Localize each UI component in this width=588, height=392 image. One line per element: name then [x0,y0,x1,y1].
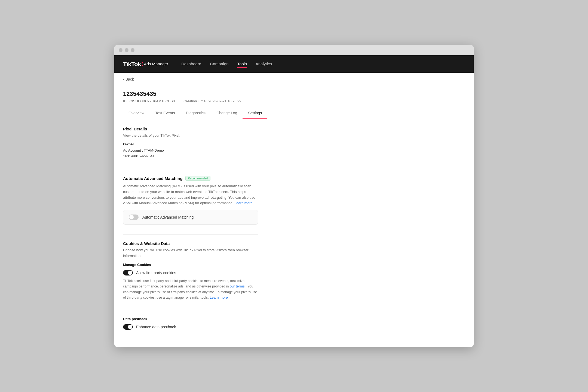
first-party-toggle-label: Allow first-party cookies [136,271,176,275]
divider-1 [123,169,258,169]
nav-link-tools[interactable]: Tools [237,62,247,68]
tab-test-events[interactable]: Test Events [150,108,180,119]
tabs-bar: Overview Test Events Diagnostics Change … [114,108,474,119]
first-party-desc-text1: TikTok pixels use first-party and third-… [123,279,244,288]
aam-desc: Automatic Advanced Matching (AAM) is use… [123,183,258,206]
tab-settings[interactable]: Settings [243,108,267,119]
main-content: Pixel Details View the details of your T… [114,119,267,347]
first-party-toggle-thumb [128,271,132,275]
aam-toggle[interactable] [129,215,139,220]
tab-diagnostics[interactable]: Diagnostics [180,108,211,119]
nav-item-analytics[interactable]: Analytics [256,62,272,66]
pixel-details-title: Pixel Details [123,127,258,131]
manage-cookies-label: Manage Cookies [123,263,258,267]
owner-id: 1631498159297541 [123,154,258,159]
owner-label: Owner [123,142,258,146]
nav-link-dashboard[interactable]: Dashboard [181,62,201,67]
enhance-postback-toggle-row: Enhance data postback [123,324,258,330]
nav-link-analytics[interactable]: Analytics [256,62,272,67]
owner-ad-account: Ad Account : TTAM-Demo [123,148,258,154]
logo-area: TikTok: Ads Manager [123,60,168,68]
divider-3 [123,310,258,310]
section-cookies: Cookies & Website Data Choose how you wi… [123,241,258,300]
manage-cookies-subsection: Manage Cookies Allow first-party cookies… [123,263,258,301]
enhance-postback-toggle-thumb [128,325,132,329]
browser-dot-yellow [125,48,128,52]
section-data-postback: Data postback Enhance data postback [123,317,258,330]
aam-toggle-label: Automatic Advanced Matching [142,215,194,219]
section-pixel-details: Pixel Details View the details of your T… [123,127,258,159]
page-meta: ID : CISUO8BC77U6AMT0CES0 Creation Time … [123,99,465,103]
browser-window: TikTok: Ads Manager Dashboard Campaign T… [114,45,474,347]
logo-dot: : [141,59,143,68]
aam-toggle-track[interactable] [129,215,139,220]
page-creation-time: Creation Time : 2023-07-21 10:23:29 [183,99,241,103]
aam-title: Automatic Advanced Matching [123,176,183,181]
aam-badge: Recommended [185,176,211,181]
browser-dot-red [119,48,122,52]
aam-toggle-thumb [129,215,134,219]
browser-chrome [114,45,474,55]
nav-links: Dashboard Campaign Tools Analytics [181,62,272,66]
divider-2 [123,234,258,235]
enhance-postback-toggle[interactable] [123,324,133,330]
aam-learn-more-link[interactable]: Learn more [234,201,252,205]
tab-overview[interactable]: Overview [123,108,150,119]
first-party-toggle-track[interactable] [123,270,133,275]
data-postback-title: Data postback [123,317,258,321]
section-aam: Automatic Advanced Matching Recommended … [123,176,258,225]
breadcrumb-bar: ‹ Back [114,73,474,86]
top-nav: TikTok: Ads Manager Dashboard Campaign T… [114,55,474,73]
back-label: Back [125,77,134,81]
cookies-learn-more-link[interactable]: Learn more [210,295,228,299]
back-chevron-icon: ‹ [123,77,124,81]
nav-item-tools[interactable]: Tools [237,62,247,66]
logo-text: TikTok [123,61,141,68]
logo-subtitle: Ads Manager [144,62,168,66]
page-header: 1235435435 ID : CISUO8BC77U6AMT0CES0 Cre… [114,86,474,105]
page-title: 1235435435 [123,90,465,97]
first-party-desc: TikTok pixels use first-party and third-… [123,278,258,301]
nav-item-campaign[interactable]: Campaign [210,62,228,66]
enhance-postback-toggle-track[interactable] [123,324,133,330]
cookies-desc: Choose how you will use cookies with Tik… [123,247,258,259]
browser-dot-green [131,48,134,52]
our-terms-link[interactable]: our terms [230,284,245,288]
nav-item-dashboard[interactable]: Dashboard [181,62,201,66]
nav-link-campaign[interactable]: Campaign [210,62,228,67]
back-link[interactable]: ‹ Back [123,77,465,81]
first-party-toggle-row: Allow first-party cookies [123,270,258,275]
tab-change-log[interactable]: Change Log [211,108,243,119]
first-party-toggle[interactable] [123,270,133,275]
aam-toggle-card: Automatic Advanced Matching [123,210,258,225]
logo-tiktok: TikTok: [123,60,143,68]
page-id: ID : CISUO8BC77U6AMT0CES0 [123,99,175,103]
enhance-postback-label: Enhance data postback [136,325,176,329]
cookies-title: Cookies & Website Data [123,241,258,246]
content-area: ‹ Back 1235435435 ID : CISUO8BC77U6AMT0C… [114,73,474,347]
pixel-details-desc: View the details of your TikTok Pixel. [123,133,258,139]
